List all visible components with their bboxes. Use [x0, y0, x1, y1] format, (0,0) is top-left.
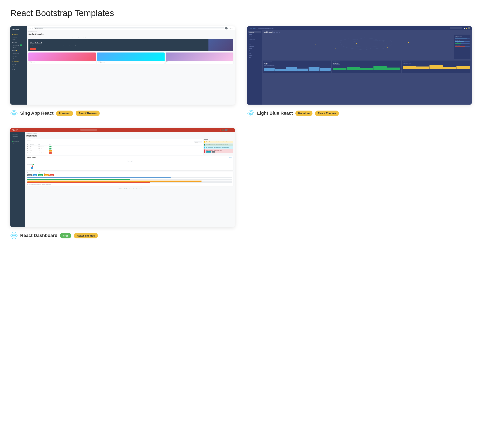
lb-topbar-icons: 💬 🔔	[464, 27, 470, 29]
lb-search[interactable]	[450, 27, 462, 29]
rd-alerts-title: Alerts	[204, 139, 233, 140]
rd-post-item-3: Messages 12	[27, 167, 232, 169]
rd-cell-email-4: shepherd@email.com	[38, 152, 48, 153]
template-name-react-dashboard: React Dashboard	[20, 233, 57, 238]
sing-nav-email[interactable]: ▪ Email	[12, 49, 25, 52]
badge-react-themes-sing-app[interactable]: React Themes	[76, 110, 99, 116]
rd-alert-4: Danger: Change this and that and try aga…	[204, 149, 233, 153]
lb-panel-userbase: USERBASE GROWTH 75.5% Weekly: 10.25% Dai…	[263, 61, 331, 73]
rd-table-title: Users	[27, 139, 202, 141]
template-card-sing-app: Sing App ▪ Dashboard ▪ Analytics ▪ Visit…	[10, 26, 235, 118]
rd-nav-dashboard[interactable]: Dashboard	[11, 133, 24, 135]
lb-nav-tables[interactable]: Tables	[248, 54, 261, 56]
badge-premium-sing-app[interactable]: Premium	[56, 110, 73, 116]
sing-nav-grid[interactable]: ▪ Grid	[12, 68, 25, 71]
sing-nav-dashboard[interactable]: ▪ Dashboard	[12, 33, 25, 36]
lb-nav-dashboard[interactable]: Dashboard	[248, 31, 261, 33]
sing-nav-visits[interactable]: ▪ Visits	[12, 39, 25, 41]
lb-stat-row-3: Local Visits	[455, 42, 470, 44]
sing-hero-card[interactable]: 13 Mar Lifestyle brand A lifestyle brand…	[28, 39, 233, 51]
rd-cell-user-3: Duck	[30, 150, 37, 151]
lb-nav-ui[interactable]: UI Elements	[248, 45, 261, 47]
rd-btn-warning[interactable]: Warning	[44, 174, 49, 176]
rd-btn-danger[interactable]: Danger	[49, 174, 54, 176]
lb-nav-extra[interactable]: Extra	[248, 59, 261, 61]
rd-table-search[interactable]: Search...	[194, 141, 202, 143]
lb-stat-label-1: Status: Live	[455, 37, 470, 38]
lb-nav-email[interactable]: Email	[248, 36, 261, 38]
rd-recent-posts-settings[interactable]: Settings	[229, 157, 232, 158]
template-preview-light-blue[interactable]: Light Blue Check our Light Blue settings…	[247, 26, 472, 105]
lb-nav-forms[interactable]: Forms	[248, 47, 261, 50]
sing-card-category-3: Design	[166, 61, 233, 62]
lb-bar-2	[275, 69, 286, 71]
rd-nav-typography[interactable]: ▸ Typography	[11, 135, 24, 138]
rd-alert-btn-cancel[interactable]: Cancel	[212, 151, 215, 153]
lb-nav-profile[interactable]: Profile	[248, 34, 261, 36]
lb-nav-grid[interactable]: Grid	[248, 52, 261, 54]
sing-nav-charts[interactable]: ▪ Charts	[12, 66, 25, 68]
sing-nav-widgets[interactable]: ▪ Widgets	[12, 41, 25, 44]
lb-icon-bell[interactable]: 🔔	[466, 28, 467, 29]
templates-grid: Sing App ▪ Dashboard ▪ Analytics ▪ Visit…	[10, 26, 472, 240]
rd-progress-2	[27, 179, 232, 180]
rd-nav-components[interactable]: ▸ Components	[11, 143, 24, 145]
rd-btn-success[interactable]: Success	[38, 174, 43, 176]
rd-cell-user-2: Bob	[30, 148, 37, 149]
sing-nav-profile[interactable]: ▪ Profile	[12, 47, 25, 49]
template-preview-sing-app[interactable]: Sing App ▪ Dashboard ▪ Analytics ▪ Visit…	[10, 26, 235, 105]
lb-mini-chart-1	[264, 66, 331, 71]
lb-stat-bar-3	[455, 43, 470, 44]
lb-nav-core[interactable]: Core	[248, 43, 261, 45]
rd-alert-btn-take[interactable]: Take this action	[206, 151, 211, 153]
sing-card-3[interactable]: Design	[166, 53, 233, 64]
rd-cell-user-4: Shepherd	[30, 152, 37, 153]
sing-nav-core[interactable]: ▪ Core	[12, 58, 25, 60]
lb-nav-charts[interactable]: Charts	[248, 50, 261, 52]
rd-cell-id-4: 4	[27, 152, 29, 153]
rd-recent-posts-list: Incoming calls 0 Notifications 0 Message…	[27, 163, 232, 169]
sing-sidebar: Sing App ▪ Dashboard ▪ Analytics ▪ Visit…	[10, 26, 27, 105]
rd-nav-notifications[interactable]: Notifications	[11, 141, 24, 142]
badge-react-themes-light-blue[interactable]: React Themes	[315, 110, 339, 116]
lb-icon-chat[interactable]: 💬	[464, 28, 465, 29]
sing-hero-btn[interactable]: Full Article	[30, 48, 36, 50]
lb-nav-ecommerce[interactable]: E-commerce	[248, 38, 261, 40]
sing-card-body-2: Technology React Native Starter	[97, 61, 164, 64]
rd-search[interactable]	[80, 129, 97, 131]
sing-page-desc: A card is a flexible and extensible cont…	[28, 36, 233, 38]
sing-search-bar[interactable]: 🔍 Search Dashboard	[34, 27, 224, 29]
sing-cards-row: Isometric Isometric design Technology Re…	[28, 53, 233, 64]
svg-point-7	[250, 113, 251, 114]
sing-nav-analytics[interactable]: ▪ Analytics	[12, 36, 25, 38]
badge-premium-light-blue[interactable]: Premium	[295, 110, 313, 116]
sing-nav-ecommerce[interactable]: ▪ E-commerce	[12, 52, 25, 54]
lb-bar-3	[286, 67, 297, 71]
badge-react-themes-react-dashboard[interactable]: React Themes	[74, 233, 98, 238]
template-preview-react-dashboard[interactable]: REACT↑ Administrator	[10, 128, 235, 227]
sing-nav-forms[interactable]: ▪ Forms	[12, 63, 25, 65]
lb-nav-maps[interactable]: Maps	[248, 57, 261, 59]
rd-progress-bars	[27, 177, 232, 183]
lb-sidebar: Dashboard Profile Email E-commerce TEMPL…	[247, 30, 262, 105]
lb-stat-fill-1	[455, 39, 467, 39]
rd-dot-notifications	[12, 141, 13, 142]
rd-progress-1	[27, 177, 232, 178]
rd-users-table: Users Search... ID Username Email	[26, 139, 203, 155]
lb-avatar	[468, 27, 470, 29]
sing-user-name: Philip Smith	[229, 28, 233, 29]
rd-nav-table[interactable]: ▸ Table Basic	[11, 138, 24, 140]
lb-alert-text: Check our Light Blue settings on the rig…	[258, 28, 273, 29]
rd-recent-posts: Recent posts 0 Settings No posts yet Inc…	[26, 156, 233, 170]
badge-free-react-dashboard[interactable]: Free	[60, 233, 71, 238]
sing-card-img-2	[97, 53, 164, 61]
sing-nav-sing-package[interactable]: ▪ Sing Package NEW	[12, 44, 25, 46]
rd-dot-dashboard	[12, 134, 13, 134]
sing-card-2[interactable]: Technology React Native Starter	[97, 53, 164, 64]
sing-card-1[interactable]: Isometric Isometric design	[28, 53, 96, 64]
rd-btn-primary[interactable]: Primary	[32, 174, 38, 176]
sing-nav-ui-elements[interactable]: ▪ UI Elements	[12, 60, 25, 63]
rd-alert-3: Info: This alert needs your attention, b…	[204, 146, 233, 149]
rd-cell-id-1: 1	[27, 146, 29, 147]
rd-btn-default[interactable]: Default	[27, 174, 32, 176]
